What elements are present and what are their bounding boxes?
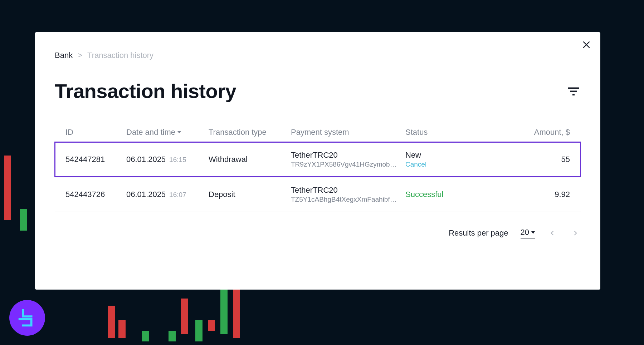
cancel-link[interactable]: Cancel <box>405 161 495 168</box>
transactions-table: ID Date and time Transaction type Paymen… <box>55 123 581 212</box>
table-header: ID Date and time Transaction type Paymen… <box>55 123 581 142</box>
cell-date-value: 06.01.2025 <box>126 155 166 164</box>
pagination: Results per page 20 <box>55 228 581 238</box>
payment-system: TetherTRC20 <box>291 186 405 195</box>
cell-status: New Cancel <box>405 151 495 168</box>
cell-status: Successful <box>405 190 495 199</box>
cell-payment: TetherTRC20 TZ5Y1cABhgB4tXegxXmFaahibfHL… <box>291 186 405 203</box>
table-row[interactable]: 542443726 06.01.2025 16:07 Deposit Tethe… <box>55 177 581 212</box>
status-text: Successful <box>405 190 495 199</box>
cell-payment: TetherTRC20 TR9zYX1PX586Vgv41HGzymobPX..… <box>291 151 405 168</box>
cell-id: 542447281 <box>65 155 126 164</box>
close-icon <box>582 40 591 49</box>
payment-address: TZ5Y1cABhgB4tXegxXmFaahibfHL... <box>291 196 398 203</box>
results-per-page-select[interactable]: 20 <box>521 228 535 238</box>
cell-type: Withdrawal <box>209 155 291 164</box>
page-title: Transaction history <box>55 79 236 103</box>
svg-rect-3 <box>570 90 577 92</box>
transaction-history-modal: Bank > Transaction history Transaction h… <box>35 32 600 290</box>
breadcrumb-root[interactable]: Bank <box>55 51 73 60</box>
svg-rect-4 <box>572 94 575 95</box>
chevron-left-icon <box>549 230 556 237</box>
table-row[interactable]: 542447281 06.01.2025 16:15 Withdrawal Te… <box>55 142 581 177</box>
col-date[interactable]: Date and time <box>126 128 209 137</box>
results-per-page-label: Results per page <box>449 228 508 238</box>
cell-time-value: 16:15 <box>169 156 186 164</box>
cell-time-value: 16:07 <box>169 191 186 199</box>
results-per-page-value: 20 <box>521 228 529 237</box>
payment-address: TR9zYX1PX586Vgv41HGzymobPX... <box>291 161 398 168</box>
col-payment: Payment system <box>291 128 405 137</box>
payment-system: TetherTRC20 <box>291 151 405 160</box>
chevron-down-icon <box>531 231 535 234</box>
col-type: Transaction type <box>209 128 291 137</box>
filter-icon <box>567 85 580 98</box>
cell-date-value: 06.01.2025 <box>126 190 166 199</box>
cell-date: 06.01.2025 16:07 <box>126 190 209 199</box>
brand-badge[interactable] <box>9 300 45 336</box>
col-date-label: Date and time <box>126 128 175 137</box>
cell-type: Deposit <box>209 190 291 199</box>
col-status: Status <box>405 128 495 137</box>
col-amount: Amount, $ <box>495 128 570 137</box>
cell-date: 06.01.2025 16:15 <box>126 155 209 164</box>
status-text: New <box>405 151 495 160</box>
cell-id: 542443726 <box>65 190 126 199</box>
filter-button[interactable] <box>566 84 581 98</box>
sort-caret-icon <box>177 131 181 133</box>
breadcrumb-separator: > <box>78 51 82 60</box>
col-id: ID <box>65 128 126 137</box>
cell-amount: 55 <box>495 155 570 164</box>
brand-icon <box>16 307 38 329</box>
next-page-button[interactable] <box>570 228 581 238</box>
svg-rect-2 <box>568 87 579 89</box>
breadcrumb: Bank > Transaction history <box>55 51 581 60</box>
breadcrumb-current: Transaction history <box>87 51 153 60</box>
prev-page-button[interactable] <box>547 228 558 238</box>
close-button[interactable] <box>582 40 592 50</box>
cell-amount: 9.92 <box>495 190 570 199</box>
chevron-right-icon <box>572 230 579 237</box>
